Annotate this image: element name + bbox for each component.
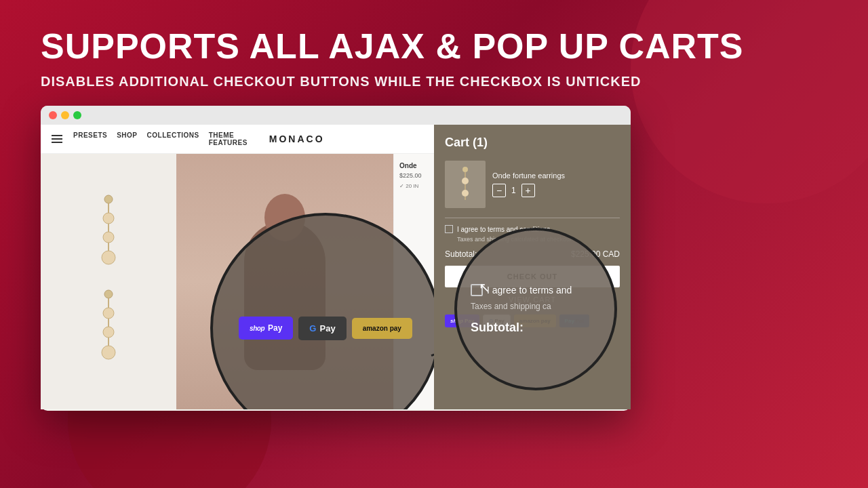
nav-theme-features[interactable]: THEME FEATURES — [209, 131, 248, 146]
svg-point-18 — [462, 190, 469, 197]
nav-presets[interactable]: PRESETS — [73, 131, 107, 146]
main-title: SUPPORTS ALL AJAX & POP UP CARTS — [41, 27, 827, 66]
magnifier-gpay-label: Pay — [319, 323, 335, 333]
cart-earring-svg — [457, 166, 474, 203]
store-name: MONACO — [258, 134, 336, 144]
zoom-subtotal-text: Subtotal: — [471, 321, 524, 335]
traffic-light-red[interactable] — [49, 111, 57, 119]
sub-title: DISABLES ADDITIONAL CHECKOUT BUTTONS WHI… — [41, 74, 827, 89]
product-images — [41, 154, 176, 409]
quantity-control: − 1 + — [492, 184, 620, 197]
nav-shop[interactable]: SHOP — [117, 131, 137, 146]
hamburger-icon[interactable] — [52, 135, 62, 143]
magnifier-amazon-btn[interactable]: amazon pay — [352, 318, 412, 339]
qty-increase-btn[interactable]: + — [521, 184, 535, 197]
cart-item-details: Onde fortune earrings − 1 + — [492, 171, 620, 197]
svg-point-2 — [103, 213, 114, 224]
product-page: PRESETS SHOP COLLECTIONS THEME FEATURES … — [41, 125, 434, 409]
zoom-terms-text: I agree to terms and — [487, 285, 572, 296]
svg-point-16 — [462, 178, 469, 184]
traffic-light-yellow[interactable] — [61, 111, 69, 119]
magnifier-g-label: G — [309, 323, 316, 333]
magnifier-gpay-btn[interactable]: G Pay — [298, 317, 346, 340]
magnifier-shoppay-btn[interactable]: shop Pay — [239, 317, 293, 340]
product-price-short: $225.00 — [399, 172, 429, 179]
qty-decrease-btn[interactable]: − — [492, 184, 506, 197]
browser-titlebar — [41, 106, 631, 125]
terms-checkbox[interactable] — [445, 225, 453, 233]
cart-item-name: Onde fortune earrings — [492, 171, 620, 180]
magnifier-content: shop Pay G Pay amazon pay — [239, 317, 412, 340]
magnifier-amazon-label: amazon pay — [363, 325, 401, 332]
magnifier-shoppay-label: shop — [250, 325, 264, 332]
cart-item-image — [445, 161, 486, 208]
product-name-short: Onde — [399, 162, 429, 169]
svg-point-0 — [104, 195, 113, 203]
nav-collections[interactable]: COLLECTIONS — [147, 131, 199, 146]
svg-point-4 — [103, 232, 114, 243]
store-nav: PRESETS SHOP COLLECTIONS THEME FEATURES … — [41, 125, 434, 154]
browser-window: PRESETS SHOP COLLECTIONS THEME FEATURES … — [41, 106, 631, 411]
zoom-shipping-text: Taxes and shipping ca — [471, 302, 551, 311]
svg-point-14 — [462, 167, 468, 172]
cart-divider — [445, 218, 620, 218]
cart-item: Onde fortune earrings − 1 + — [445, 161, 620, 208]
traffic-light-green[interactable] — [73, 111, 81, 119]
zoom-tooltip: I agree to terms and ↖ Taxes and shippin… — [454, 228, 617, 390]
qty-value: 1 — [511, 186, 516, 195]
svg-point-11 — [103, 327, 114, 338]
svg-point-6 — [102, 251, 115, 264]
earring-2 — [95, 289, 122, 370]
earring-1 — [95, 194, 122, 275]
magnifier-pay-label: Pay — [268, 323, 282, 333]
product-stock: ✓ 20 IN — [399, 183, 429, 189]
cursor-icon: ↖ — [479, 279, 490, 296]
cart-title: Cart (1) — [445, 136, 620, 150]
svg-point-13 — [102, 346, 115, 359]
nav-links: PRESETS SHOP COLLECTIONS THEME FEATURES — [73, 131, 248, 146]
svg-point-7 — [104, 290, 113, 298]
svg-point-9 — [103, 308, 114, 319]
page-content: SUPPORTS ALL AJAX & POP UP CARTS DISABLE… — [0, 0, 868, 424]
